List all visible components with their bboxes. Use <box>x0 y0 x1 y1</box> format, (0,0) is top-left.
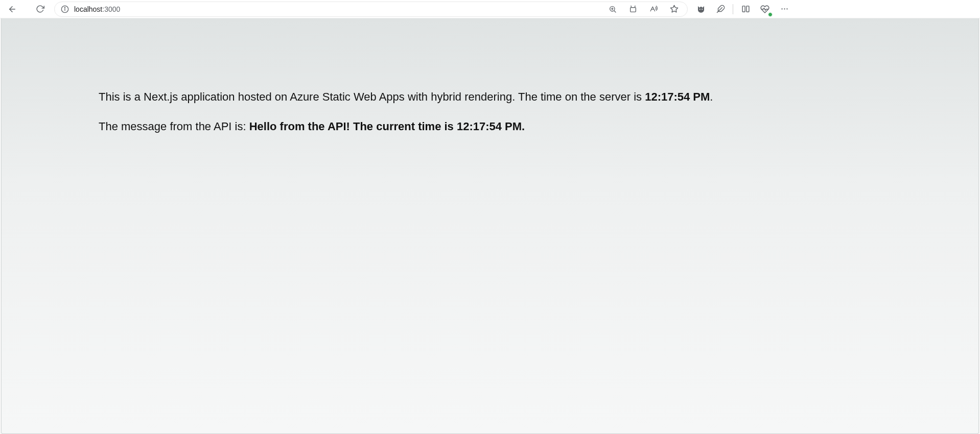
svg-rect-15 <box>746 6 749 12</box>
server-time-paragraph: This is a Next.js application hosted on … <box>99 89 881 105</box>
api-message-prefix: The message from the API is: <box>99 120 249 133</box>
back-button[interactable] <box>4 1 20 17</box>
address-bar-actions <box>605 2 681 16</box>
favorite-icon[interactable] <box>667 2 681 16</box>
page-viewport: This is a Next.js application hosted on … <box>1 18 979 434</box>
svg-point-3 <box>64 7 65 8</box>
shopping-icon[interactable] <box>626 2 640 16</box>
url-text: localhost:3000 <box>74 5 120 13</box>
svg-rect-8 <box>631 7 636 12</box>
read-aloud-icon[interactable] <box>646 2 661 16</box>
page-content: This is a Next.js application hosted on … <box>2 18 978 135</box>
svg-line-7 <box>614 11 616 12</box>
refresh-button[interactable] <box>32 1 48 17</box>
url-port: :3000 <box>102 5 120 13</box>
svg-point-18 <box>786 8 787 9</box>
svg-rect-14 <box>742 6 745 12</box>
svg-point-11 <box>699 9 701 10</box>
browser-toolbar: localhost:3000 <box>0 0 980 18</box>
toolbar-right <box>694 2 796 16</box>
server-time-suffix: . <box>710 90 713 103</box>
api-message-value: Hello from the API! The current time is … <box>249 120 525 133</box>
extensions-icon[interactable] <box>713 2 728 16</box>
svg-marker-10 <box>670 5 678 12</box>
svg-point-16 <box>781 8 782 9</box>
svg-point-17 <box>784 8 785 9</box>
url-host: localhost <box>74 5 102 13</box>
zoom-icon[interactable] <box>605 2 620 16</box>
api-message-paragraph: The message from the API is: Hello from … <box>99 118 881 135</box>
more-menu-icon[interactable] <box>777 2 791 16</box>
extension-cat-icon[interactable] <box>694 2 708 16</box>
toolbar-divider <box>733 4 733 14</box>
svg-point-12 <box>702 9 703 10</box>
site-info-icon[interactable] <box>61 5 69 13</box>
split-screen-icon[interactable] <box>738 2 753 16</box>
health-icon[interactable] <box>758 2 772 16</box>
address-bar[interactable]: localhost:3000 <box>54 2 688 17</box>
server-time-value: 12:17:54 PM <box>645 90 710 103</box>
server-time-prefix: This is a Next.js application hosted on … <box>99 90 645 103</box>
